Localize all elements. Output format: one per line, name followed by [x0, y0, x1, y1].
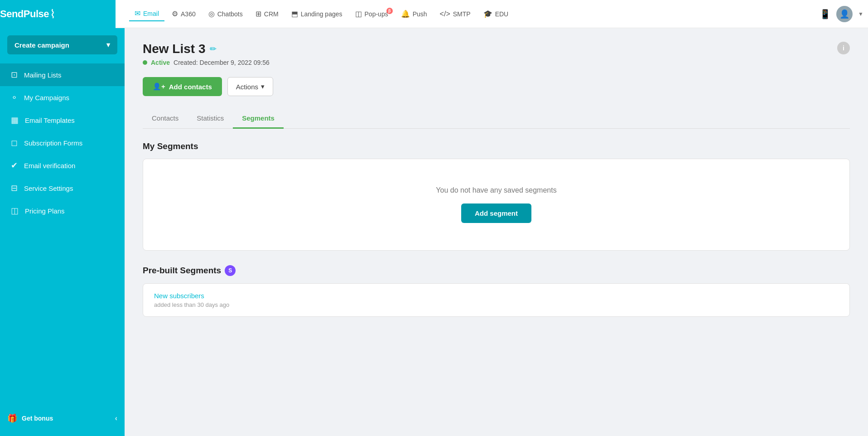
sidebar-label-subscription-forms: Subscription Forms	[24, 139, 82, 147]
tab-statistics[interactable]: Statistics	[188, 109, 233, 129]
nav-label-chatbots: Chatbots	[217, 10, 243, 18]
status-label: Active	[151, 59, 170, 66]
prebuilt-segments-title: Pre-built Segments S	[143, 265, 850, 276]
created-text: Created: December 9, 2022 09:56	[174, 59, 270, 66]
sidebar-item-email-verification[interactable]: ✔ Email verification	[0, 154, 125, 177]
sidebar: Create campaign ▾ ⊡ Mailing Lists ⚬ My C…	[0, 28, 125, 436]
nav-label-edu: EDU	[495, 10, 509, 18]
pricing-plans-icon: ◫	[11, 206, 19, 216]
nav-item-smtp[interactable]: </> SMTP	[434, 7, 476, 21]
crm-nav-icon: ⊞	[256, 10, 261, 18]
mobile-icon[interactable]: 📱	[820, 9, 831, 19]
nav-item-landing[interactable]: ⬒ Landing pages	[286, 7, 348, 21]
sidebar-item-email-templates[interactable]: ▦ Email Templates	[0, 109, 125, 131]
sidebar-item-my-campaigns[interactable]: ⚬ My Campaigns	[0, 86, 125, 109]
popups-nav-icon: ◫	[355, 10, 362, 18]
get-bonus-label: Get bonus	[22, 415, 53, 422]
service-settings-icon: ⊟	[11, 183, 18, 193]
avatar[interactable]: 👤	[836, 6, 853, 22]
my-segments-title: My Segments	[143, 141, 850, 151]
subscription-forms-icon: ◻	[11, 138, 18, 148]
action-row: 👤+ Add contacts Actions ▾	[143, 77, 850, 96]
my-campaigns-icon: ⚬	[11, 92, 18, 102]
create-campaign-button[interactable]: Create campaign ▾	[7, 35, 117, 54]
top-nav-items: ✉ Email ⚙ A360 ◎ Chatbots ⊞ CRM ⬒ Landin…	[120, 6, 820, 21]
create-campaign-dropdown-icon: ▾	[106, 41, 110, 49]
prebuilt-item-title[interactable]: New subscribers	[154, 292, 839, 300]
status-dot	[143, 60, 147, 65]
nav-label-a360: A360	[181, 10, 196, 18]
nav-label-popups: Pop-ups	[365, 10, 388, 18]
landing-nav-icon: ⬒	[291, 10, 298, 18]
sidebar-label-service-settings: Service Settings	[24, 184, 73, 192]
sidebar-item-service-settings[interactable]: ⊟ Service Settings	[0, 177, 125, 199]
prebuilt-segments-card: New subscribers added less than 30 days …	[143, 283, 850, 317]
prebuilt-badge: S	[225, 265, 236, 276]
sidebar-label-mailing-lists: Mailing Lists	[24, 71, 62, 79]
tabs: Contacts Statistics Segments	[143, 109, 850, 129]
page-title-row: New List 3 ✏	[143, 42, 837, 56]
list-item: New subscribers added less than 30 days …	[154, 292, 839, 308]
add-segment-button[interactable]: Add segment	[461, 203, 531, 223]
page-header: New List 3 ✏ Active Created: December 9,…	[143, 42, 850, 66]
prebuilt-title-text: Pre-built Segments	[143, 266, 221, 276]
nav-item-a360[interactable]: ⚙ A360	[166, 7, 201, 21]
empty-segments-text: You do not have any saved segments	[436, 186, 556, 194]
edit-title-icon[interactable]: ✏	[210, 44, 217, 54]
nav-label-smtp: SMTP	[453, 10, 471, 18]
beta-badge: β	[386, 8, 393, 14]
nav-item-crm[interactable]: ⊞ CRM	[250, 7, 284, 21]
collapse-icon[interactable]: ‹	[115, 414, 117, 422]
nav-item-push[interactable]: 🔔 Push	[395, 7, 433, 21]
actions-button[interactable]: Actions ▾	[227, 77, 273, 96]
add-contacts-icon: 👤+	[153, 82, 165, 91]
email-nav-icon: ✉	[135, 9, 140, 18]
email-verification-icon: ✔	[11, 160, 18, 170]
add-contacts-button[interactable]: 👤+ Add contacts	[143, 77, 222, 96]
nav-label-email: Email	[143, 10, 159, 17]
sidebar-item-pricing-plans[interactable]: ◫ Pricing Plans	[0, 199, 125, 222]
logo-text: SendPulse	[0, 8, 49, 20]
edu-nav-icon: 🎓	[483, 10, 492, 18]
avatar-dropdown-icon[interactable]: ▼	[858, 11, 863, 17]
nav-item-chatbots[interactable]: ◎ Chatbots	[203, 7, 248, 21]
email-templates-icon: ▦	[11, 115, 19, 125]
a360-nav-icon: ⚙	[172, 10, 178, 18]
sidebar-label-email-verification: Email verification	[24, 162, 75, 170]
sidebar-label-email-templates: Email Templates	[25, 116, 75, 124]
prebuilt-item-subtitle: added less than 30 days ago	[154, 301, 839, 308]
actions-label: Actions	[236, 83, 258, 91]
nav-label-landing: Landing pages	[301, 10, 342, 18]
page-header-left: New List 3 ✏ Active Created: December 9,…	[143, 42, 837, 66]
sidebar-item-subscription-forms[interactable]: ◻ Subscription Forms	[0, 131, 125, 154]
info-icon[interactable]: i	[837, 42, 850, 54]
tab-contacts[interactable]: Contacts	[143, 109, 188, 129]
status-row: Active Created: December 9, 2022 09:56	[143, 59, 837, 66]
get-bonus-section[interactable]: 🎁 Get bonus ‹	[0, 408, 125, 429]
actions-dropdown-icon: ▾	[261, 82, 265, 91]
nav-label-crm: CRM	[264, 10, 279, 18]
nav-item-popups[interactable]: ◫ Pop-ups β	[350, 7, 394, 21]
create-campaign-label: Create campaign	[14, 41, 69, 49]
tab-segments[interactable]: Segments	[233, 109, 284, 129]
chatbots-nav-icon: ◎	[208, 10, 215, 18]
add-segment-label: Add segment	[475, 209, 518, 217]
logo-wave: ⌇	[50, 7, 56, 21]
nav-item-edu[interactable]: 🎓 EDU	[478, 7, 514, 21]
mailing-lists-icon: ⊡	[11, 70, 18, 80]
gift-icon: 🎁	[7, 413, 17, 423]
avatar-icon: 👤	[839, 9, 849, 19]
nav-right: 📱 👤 ▼	[820, 6, 863, 22]
sidebar-label-pricing-plans: Pricing Plans	[25, 207, 65, 215]
sidebar-item-mailing-lists[interactable]: ⊡ Mailing Lists	[0, 63, 125, 86]
add-contacts-label: Add contacts	[169, 83, 212, 91]
empty-segments-card: You do not have any saved segments Add s…	[143, 159, 850, 251]
smtp-nav-icon: </>	[440, 10, 450, 18]
nav-item-email[interactable]: ✉ Email	[129, 6, 164, 21]
push-nav-icon: 🔔	[401, 10, 410, 18]
sidebar-label-my-campaigns: My Campaigns	[24, 94, 69, 102]
logo: SendPulse ⌇	[0, 0, 116, 28]
content-area: New List 3 ✏ Active Created: December 9,…	[125, 28, 868, 436]
nav-label-push: Push	[413, 10, 427, 18]
page-title: New List 3	[143, 42, 205, 56]
